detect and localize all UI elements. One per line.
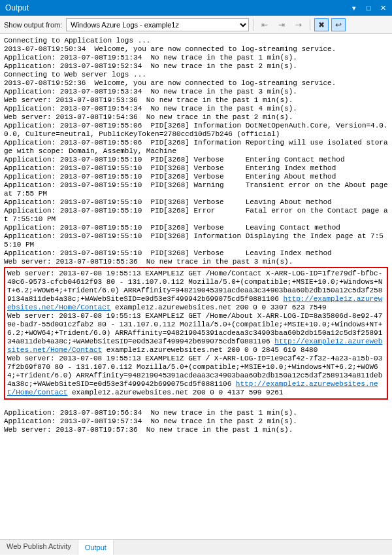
titlebar: Output ▾ □ ✕ [0,0,392,16]
tab-output[interactable]: Output [78,540,114,555]
maximize-icon[interactable]: □ [362,3,375,13]
window-title: Output [5,3,29,12]
clear-all-icon[interactable]: ✖ [314,18,329,31]
separator [310,19,310,31]
output-source-select[interactable]: Windows Azure Logs - example1z [66,18,249,31]
close-icon[interactable]: ✕ [376,3,389,13]
log-text-post: Application: 2013-07-08T19:56:34 No new … [4,409,297,434]
find-next-icon[interactable]: ⇥ [274,18,289,31]
show-output-label: Show output from: [4,21,62,29]
bottom-tabs: Web Publish Activity Output [0,539,392,555]
output-pane[interactable]: Connecting to Application logs ... 2013-… [0,34,392,539]
log-box-seg4: example1z.azurewebsites.net 200 0 0 4137… [67,389,283,396]
find-icon[interactable]: ⇢ [291,18,306,31]
highlighted-log-block: Web server: 2013-07-08 19:55:13 EXAMPLE1… [4,267,388,400]
log-text-pre: Connecting to Application logs ... 2013-… [4,37,392,266]
separator [253,19,253,31]
window-controls: ▾ □ ✕ [348,3,389,13]
tab-web-publish[interactable]: Web Publish Activity [0,540,78,555]
toggle-wrap-icon[interactable]: ↩ [331,18,346,31]
dropdown-icon[interactable]: ▾ [348,3,361,13]
toolbar: Show output from: Windows Azure Logs - e… [0,16,392,34]
find-prev-icon[interactable]: ⇤ [257,18,272,31]
